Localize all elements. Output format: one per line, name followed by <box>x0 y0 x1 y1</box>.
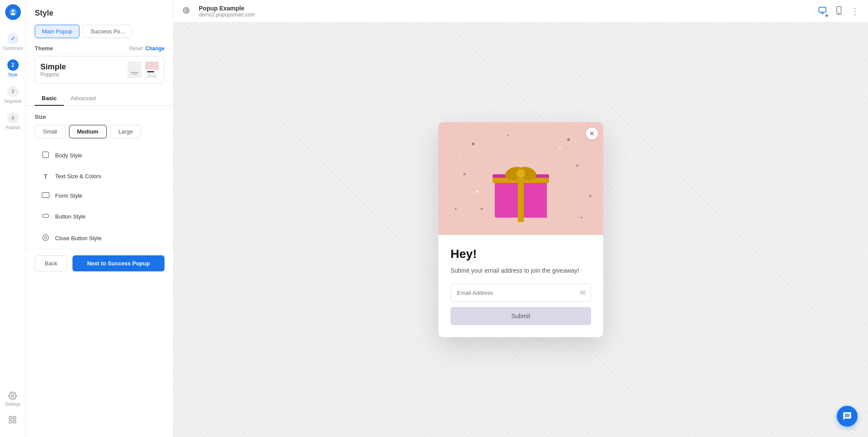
tab-basic[interactable]: Basic <box>35 91 64 106</box>
top-bar: Popup Example demo2.popupsmart.com ⋮ <box>174 0 868 23</box>
svg-point-41 <box>476 190 479 193</box>
svg-point-18 <box>45 236 47 238</box>
svg-point-30 <box>516 169 525 178</box>
popup-preview: ✕ Hey! Submit your email address to join… <box>438 122 603 337</box>
main-area: Popup Example demo2.popupsmart.com ⋮ <box>174 0 868 437</box>
close-button-style-option[interactable]: Close Button Style <box>35 228 164 249</box>
svg-point-43 <box>459 156 461 158</box>
svg-rect-14 <box>43 152 49 158</box>
popup-body: Hey! Submit your email address to join t… <box>438 235 603 337</box>
svg-point-42 <box>559 147 561 150</box>
close-button-style-icon <box>41 234 50 243</box>
svg-rect-5 <box>10 421 12 423</box>
svg-rect-6 <box>13 421 16 423</box>
mobile-view-button[interactable] <box>836 6 842 16</box>
text-size-colors-label: Text Size & Colors <box>55 173 101 179</box>
svg-point-38 <box>581 217 582 218</box>
canvas-area: ✕ Hey! Submit your email address to join… <box>174 23 868 437</box>
step-publish-label: Publish <box>6 125 20 130</box>
email-icon: ✉ <box>575 284 591 301</box>
panel-title: Style <box>26 0 173 25</box>
size-large-button[interactable]: Large <box>110 125 141 138</box>
svg-point-2 <box>12 395 14 397</box>
text-size-icon: T <box>41 173 50 180</box>
svg-rect-8 <box>132 74 137 75</box>
popup-image: ✕ <box>438 122 603 235</box>
step-customize[interactable]: ✓ Customize <box>0 29 26 55</box>
step-publish-circle: 4 <box>7 112 19 124</box>
required-star: * <box>590 284 591 289</box>
theme-font: Poppins <box>40 72 66 78</box>
size-buttons: Small Medium Large <box>35 125 164 138</box>
desktop-view-button[interactable] <box>818 7 827 16</box>
step-customize-label: Customize <box>3 46 23 51</box>
button-style-option[interactable]: Button Style <box>35 206 164 227</box>
step-segment-circle: 3 <box>7 86 19 97</box>
size-small-button[interactable]: Small <box>35 125 66 138</box>
svg-point-39 <box>507 134 509 136</box>
popup-type-selector: Main Popup Success Po... <box>26 25 173 45</box>
settings-button[interactable]: Settings <box>3 387 23 411</box>
app-title: Popup Example <box>199 5 255 12</box>
rail-bottom: Settings <box>3 387 23 428</box>
back-button[interactable]: Back <box>35 255 67 271</box>
step-style[interactable]: 2 Style <box>0 55 26 82</box>
svg-rect-15 <box>42 192 49 198</box>
svg-point-32 <box>567 138 570 141</box>
popup-subtext: Submit your email address to join the gi… <box>450 266 591 275</box>
theme-card[interactable]: Simple Poppins <box>35 56 164 84</box>
svg-rect-9 <box>145 62 159 70</box>
svg-rect-12 <box>147 74 157 75</box>
svg-point-22 <box>838 13 839 13</box>
globe-icon <box>182 7 190 16</box>
success-popup-tab[interactable]: Success Po... <box>83 25 132 38</box>
popup-email-input[interactable] <box>451 284 575 301</box>
theme-header-row: Theme Reset Change <box>35 45 164 52</box>
body-style-label: Body Style <box>55 152 82 159</box>
style-options-list: Body Style T Text Size & Colors Form Sty… <box>26 145 173 249</box>
theme-section: Theme Reset Change Simple Poppins <box>26 45 173 91</box>
svg-rect-3 <box>10 417 12 419</box>
app-logo[interactable] <box>5 4 21 20</box>
form-style-option[interactable]: Form Style <box>35 186 164 205</box>
popup-headline: Hey! <box>450 247 591 261</box>
step-style-circle: 2 <box>7 59 19 71</box>
svg-point-17 <box>43 235 49 241</box>
form-style-icon <box>41 192 50 200</box>
step-customize-circle: ✓ <box>7 33 19 44</box>
theme-reset-button[interactable]: Reset <box>129 46 143 52</box>
svg-rect-13 <box>147 75 157 77</box>
next-button[interactable]: Next to Success Popup <box>72 255 164 271</box>
svg-rect-27 <box>493 178 549 183</box>
step-segment[interactable]: 3 Segment <box>0 82 26 108</box>
size-label: Size <box>35 114 46 120</box>
svg-point-34 <box>576 165 579 167</box>
svg-point-37 <box>455 208 457 210</box>
body-style-option[interactable]: Body Style <box>35 145 164 166</box>
svg-rect-7 <box>131 72 138 73</box>
text-size-colors-option[interactable]: T Text Size & Colors <box>35 167 164 186</box>
step-style-label: Style <box>8 72 17 77</box>
svg-point-36 <box>589 195 592 197</box>
size-medium-button[interactable]: Medium <box>69 125 107 138</box>
panel-footer: Back Next to Success Popup <box>26 249 173 277</box>
more-options-button[interactable]: ⋮ <box>851 6 859 16</box>
button-style-label: Button Style <box>55 213 85 220</box>
main-popup-tab[interactable]: Main Popup <box>35 25 79 38</box>
size-section: Size Small Medium Large <box>26 113 173 145</box>
close-button-style-label: Close Button Style <box>55 235 102 241</box>
step-segment-label: Segment <box>4 99 21 104</box>
settings-label: Settings <box>5 402 20 407</box>
popup-close-button[interactable]: ✕ <box>586 127 598 140</box>
svg-rect-4 <box>13 417 16 419</box>
tab-bar: Basic Advanced <box>26 91 173 106</box>
top-bar-title-group: Popup Example demo2.popupsmart.com <box>199 5 255 18</box>
theme-change-button[interactable]: Change <box>145 46 164 52</box>
integrations-button[interactable] <box>3 411 23 428</box>
step-publish[interactable]: 4 Publish <box>0 108 26 134</box>
chat-bubble[interactable] <box>837 406 858 427</box>
svg-point-33 <box>464 173 466 176</box>
popup-submit-button[interactable]: Submit <box>450 307 591 325</box>
tab-advanced[interactable]: Advanced <box>64 91 103 106</box>
theme-info: Simple Poppins <box>40 62 66 78</box>
